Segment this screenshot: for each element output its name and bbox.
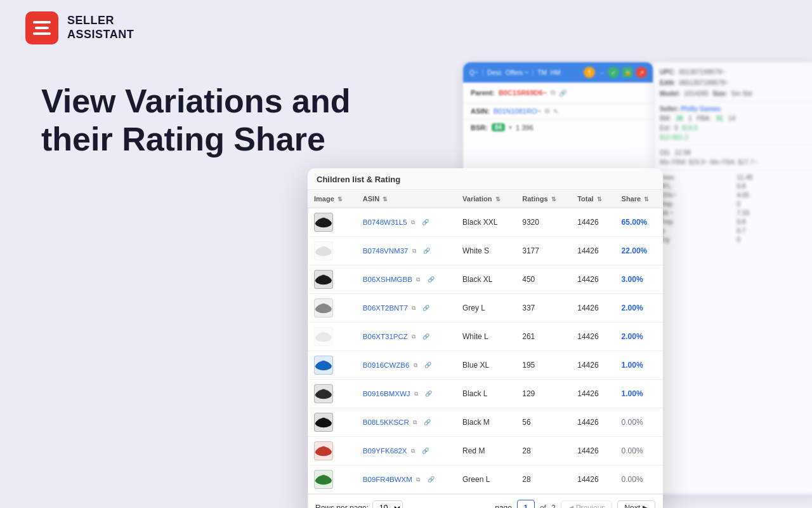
table-row: B0916BMXWJ ⧉ 🔗 Black L 129 14426 1.00% (308, 380, 663, 408)
next-button[interactable]: Next ▶ (617, 500, 655, 508)
bsr-value: 84 (492, 123, 505, 131)
asin-link-1[interactable]: B0748VNM37 (363, 247, 409, 255)
col-image-label: Image (314, 195, 334, 203)
est-value: 0 (674, 124, 678, 131)
svg-rect-11 (315, 280, 318, 282)
asin-link-icon-6: 🔗 (425, 391, 432, 398)
upc-value: 651307199579~ (679, 69, 725, 76)
card-header: Children list & Rating (308, 168, 663, 190)
cell-ratings-3: 337 (516, 294, 571, 323)
cell-share-8: 0.00% (615, 437, 663, 465)
col-asin[interactable]: ASIN ⇅ (357, 190, 456, 208)
table-header-row: Image ⇅ ASIN ⇅ Variation ⇅ Ratings ⇅ Tot… (308, 190, 663, 208)
page-of-label: of (540, 504, 546, 508)
col-share[interactable]: Share ⇅ (615, 190, 663, 208)
extension-toolbar: Q~ | Desc Offers ~ | TM HM ! → ✓ 🔒 ↗ (463, 62, 653, 83)
ean-row: EAN: 0651307199579~ (660, 79, 812, 86)
pct-label: 15%~ (660, 192, 735, 199)
bsr-count: 1 396 (516, 124, 534, 131)
share-value-6: 1.00% (622, 389, 643, 398)
table-row: B0916CWZB6 ⧉ 🔗 Blue XL 195 14426 1.00% (308, 351, 663, 380)
prev-button[interactable]: ◀ Previous (561, 500, 613, 508)
col-ratings[interactable]: Ratings ⇅ (516, 190, 571, 208)
cell-total-9: 14426 (571, 465, 615, 494)
pct-value: 4.05 (737, 192, 813, 199)
to-label: to (660, 227, 735, 234)
upc-row: UPC: 651307199579~ (660, 69, 812, 76)
warning-icon: ! (584, 67, 595, 78)
asin-link-icon-7: 🔗 (424, 419, 431, 426)
table-row: B06XT31PCZ ⧉ 🔗 White L 261 14426 2.00% (308, 323, 663, 351)
table-row: B08L5KKSCR ⧉ 🔗 Black M 56 14426 0.00% (308, 408, 663, 437)
svg-point-37 (315, 479, 331, 483)
variations-table: Image ⇅ ASIN ⇅ Variation ⇅ Ratings ⇅ Tot… (308, 190, 663, 494)
hat-image-5 (314, 356, 333, 375)
cell-share-4: 2.00% (615, 323, 663, 351)
asin-link-icon-4: 🔗 (422, 333, 429, 340)
arrow-icon: → (598, 69, 605, 76)
bg-extension-panel: Q~ | Desc Offers ~ | TM HM ! → ✓ 🔒 ↗ Par… (463, 62, 653, 180)
toolbar-offers: Offers ~ (506, 69, 528, 76)
asin-label: ASIN: (471, 107, 490, 115)
share-value-8: 0.00% (622, 446, 643, 455)
svg-rect-23 (315, 366, 318, 368)
share-value-2: 3.00% (622, 275, 643, 284)
link-icon[interactable]: 🔗 (559, 90, 566, 97)
cell-ratings-7: 56 (516, 408, 571, 437)
svg-rect-35 (315, 451, 318, 453)
copy-icon[interactable]: ⧉ (551, 89, 555, 97)
cell-variation-8: Red M (456, 437, 516, 465)
model-value: 1014265 (684, 90, 709, 97)
hat-image-9 (314, 470, 333, 489)
logo-icon (25, 11, 58, 44)
col-total[interactable]: Total ⇅ (571, 190, 615, 208)
svg-rect-26 (322, 389, 325, 391)
col-variation[interactable]: Variation ⇅ (456, 190, 516, 208)
svg-rect-3 (315, 223, 318, 225)
cell-share-1: 22.00% (615, 237, 663, 265)
asin-link-4[interactable]: B06XT31PCZ (363, 333, 408, 340)
asin-link-icon-0: 🔗 (422, 219, 429, 226)
asin-ext-icon-0: ⧉ (411, 219, 418, 226)
asin-link-8[interactable]: B09YFK682X (363, 447, 407, 455)
asin-edit-icon[interactable]: ✎ (553, 108, 558, 115)
ean-value: 0651307199579~ (679, 79, 728, 86)
svg-point-17 (315, 337, 331, 340)
rows-per-page-select[interactable]: 10 25 50 (372, 500, 403, 508)
frg-value: 0 (737, 236, 813, 243)
cell-asin-9: B09FR4BWXM ⧉ 🔗 (357, 465, 456, 494)
sort-total-icon: ⇅ (597, 196, 602, 203)
svg-rect-15 (315, 309, 318, 311)
rows-per-page-label: Rows per page: (315, 504, 369, 508)
asin-link-icon-5: 🔗 (424, 362, 431, 369)
sort-asin-icon: ⇅ (383, 196, 388, 203)
asin-link-icon-2: 🔗 (428, 276, 435, 283)
asin-link-9[interactable]: B09FR4BWXM (363, 476, 412, 483)
asin-ext-icon-7: ⧉ (413, 419, 420, 426)
asin-link-6[interactable]: B0916BMXWJ (363, 390, 410, 398)
asin-copy-icon[interactable]: ⧉ (545, 107, 549, 115)
asin-link-2[interactable]: B06XSHMGBB (363, 276, 412, 283)
bsr-trend-icon: ▾ (509, 124, 512, 131)
frg-label: Frg (660, 236, 735, 243)
col-variation-label: Variation (462, 195, 492, 203)
table-row: B06XT2BNT7 ⧉ 🔗 Grey L 337 14426 2.00% (308, 294, 663, 323)
cell-image-3 (308, 294, 357, 323)
asin-link-7[interactable]: B08L5KKSCR (363, 418, 409, 426)
asin-link-5[interactable]: B0916CWZB6 (363, 361, 410, 369)
app-header: SELLER ASSISTANT (25, 11, 134, 44)
est-price: $18.8 (682, 124, 698, 131)
cell-variation-4: White L (456, 323, 516, 351)
toolbar-desc: Desc (487, 69, 502, 76)
table-row: B0748VNM37 ⧉ 🔗 White S 3177 14426 22.00% (308, 237, 663, 265)
svg-rect-22 (322, 361, 325, 363)
asin-ext-icon-3: ⧉ (412, 305, 419, 312)
cell-total-4: 14426 (571, 323, 615, 351)
bg-right-panel: UPC: 651307199579~ EAN: 0651307199579~ M… (653, 62, 812, 494)
col-image[interactable]: Image ⇅ (308, 190, 357, 208)
asin-link-3[interactable]: B06XT2BNT7 (363, 304, 408, 312)
current-page-box[interactable]: 1 (517, 500, 535, 508)
asin-link-0[interactable]: B0748W31L5 (363, 218, 407, 226)
sort-image-icon: ⇅ (337, 196, 343, 203)
hat-image-3 (314, 298, 333, 318)
